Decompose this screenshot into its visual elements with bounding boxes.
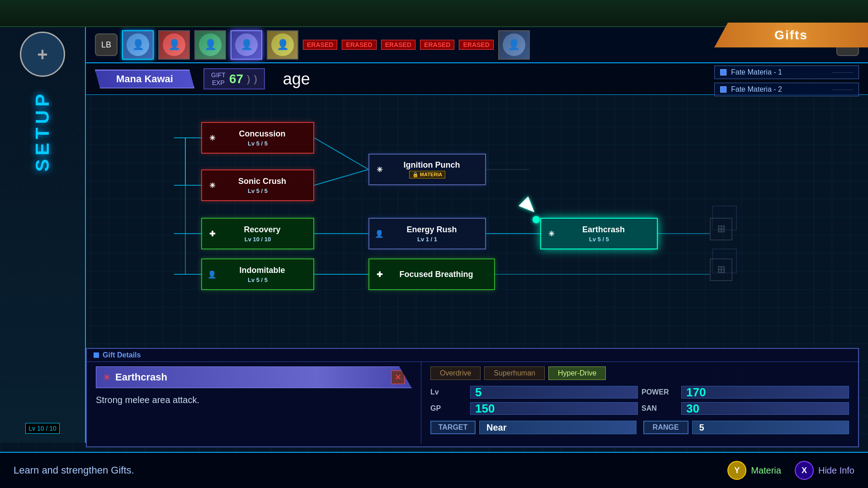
char-info-bar: Mana Kawai GIFTEXP 67 ) ) age Fate Mater… <box>86 63 868 95</box>
materia-label: Materia <box>751 465 781 476</box>
recovery-icon: ✚ <box>206 227 218 240</box>
skill-node-indomitable[interactable]: 👤 Indomitable Lv 5 / 5 <box>201 258 314 290</box>
difficulty-tabs: Overdrive Superhuman Hyper-Drive <box>430 366 849 380</box>
fate-materia-dashes-1: ---------- <box>832 69 853 76</box>
stat-lv-label: Lv <box>430 388 467 396</box>
skill-node-focused-breathing[interactable]: ✚ Focused Breathing <box>368 258 495 290</box>
lb-label: LB <box>101 40 111 50</box>
range-value: 5 <box>692 421 849 434</box>
age-text: age <box>283 70 310 89</box>
range-label: RANGE <box>643 421 689 434</box>
gift-stats-panel: Overdrive Superhuman Hyper-Drive Lv 5 <box>421 362 858 444</box>
fate-materia-label-1: Fate Materia - 1 <box>731 68 827 76</box>
skill-node-right-2[interactable]: ⊞ <box>710 258 732 281</box>
lv-badge: Lv 10 / 10 <box>25 423 60 434</box>
fate-materia-dot-1 <box>720 69 726 75</box>
indomitable-name: Indomitable <box>230 266 285 275</box>
gifts-title-text: Gifts <box>774 28 808 42</box>
stat-power-value: 170 <box>686 385 706 399</box>
superhuman-label: Superhuman <box>494 369 535 377</box>
gift-name-icon: ✳ <box>103 372 111 383</box>
x-button[interactable]: X <box>795 461 814 480</box>
hide-info-label: Hide Info <box>818 465 854 476</box>
earthcrash-icon: ✳ <box>545 227 557 240</box>
sonic-crush-icon: ✳ <box>206 179 218 192</box>
erased-badge-2: ERASED <box>342 40 376 50</box>
gift-details-header: Gift Details <box>87 349 858 362</box>
bottom-bar: Learn and strengthen Gifts. Y Materia X … <box>0 452 868 488</box>
skill-node-ignition-punch[interactable]: ✳ Ignition Punch 🔒 MATERIA <box>368 154 486 185</box>
skill-node-earthcrash[interactable]: ✳ Earthcrash Lv 5 / 5 <box>540 218 658 249</box>
skill-node-energy-rush[interactable]: 👤 Energy Rush Lv 1 / 1 <box>368 218 486 249</box>
char-name: Mana Kawai <box>116 73 173 84</box>
svg-line-1 <box>314 169 368 185</box>
setup-label: SETUP <box>32 90 53 172</box>
stat-power-bar: 170 <box>681 386 849 399</box>
range-row: RANGE 5 <box>643 421 849 434</box>
char-avatar-1[interactable]: 👤 <box>122 30 154 60</box>
erased-badge-3: ERASED <box>381 40 415 50</box>
diff-tab-overdrive[interactable]: Overdrive <box>430 366 481 380</box>
y-button[interactable]: Y <box>727 461 746 480</box>
stat-gp-bar: 150 <box>470 402 638 415</box>
energy-rush-level: Lv 1 / 1 <box>417 236 437 243</box>
setup-circle-icon <box>20 32 65 77</box>
gift-name-bar: ✳ Earthcrash ✕ <box>96 366 412 388</box>
gift-details-header-dot <box>94 352 99 358</box>
stat-san-bar: 30 <box>681 402 849 415</box>
fate-materia-label-2: Fate Materia - 2 <box>731 85 827 94</box>
erased-badge-5: ERASED <box>459 40 493 50</box>
energy-rush-icon: 👤 <box>373 227 386 240</box>
hide-info-action[interactable]: X Hide Info <box>795 461 854 480</box>
gift-exp-value: 67 <box>229 72 243 86</box>
char-avatar-5[interactable]: 👤 <box>267 30 298 60</box>
left-sidebar: SETUP Lv 10 / 10 <box>0 27 86 443</box>
skill-node-recovery[interactable]: ✚ Recovery Lv 10 / 10 <box>201 218 314 249</box>
diff-tab-superhuman[interactable]: Superhuman <box>484 366 545 380</box>
lb-button[interactable]: LB <box>95 33 118 56</box>
earthcrash-level: Lv 5 / 5 <box>589 236 609 243</box>
stat-lv-bar: 5 <box>470 386 638 399</box>
concussion-name: Concussion <box>230 129 285 139</box>
stat-san-label: SAN <box>642 404 678 413</box>
hyperdrive-label: Hyper-Drive <box>558 369 596 377</box>
gift-name-text: Earthcrash <box>115 371 387 383</box>
ignition-punch-icon: ✳ <box>373 163 386 176</box>
fate-materia-2: Fate Materia - 2 ---------- <box>714 83 859 96</box>
stat-gp-value: 150 <box>475 402 495 416</box>
stat-gp-label: GP <box>430 404 467 413</box>
focused-breathing-name: Focused Breathing <box>390 270 473 279</box>
stat-san-value: 30 <box>686 402 699 416</box>
char-avatar-2[interactable]: 👤 <box>158 30 190 60</box>
indomitable-level: Lv 5 / 5 <box>248 277 268 283</box>
bottom-hint: Learn and strengthen Gifts. <box>14 465 727 476</box>
recovery-name: Recovery <box>235 225 280 235</box>
skill-node-concussion[interactable]: ✳ Concussion Lv 5 / 5 <box>201 122 314 154</box>
skill-node-sonic-crush[interactable]: ✳ Sonic Crush Lv 5 / 5 <box>201 169 314 201</box>
stat-row-power: POWER 170 <box>642 386 849 399</box>
y-button-label: Y <box>734 466 740 475</box>
stat-lv-value: 5 <box>475 385 481 399</box>
svg-line-0 <box>314 138 368 169</box>
bottom-actions: Y Materia X Hide Info <box>727 461 854 480</box>
stats-grid: Lv 5 POWER 170 GP 150 <box>430 386 849 415</box>
gift-close-button[interactable]: ✕ <box>391 371 405 384</box>
char-avatar-6[interactable]: 👤 <box>498 30 530 60</box>
char-avatar-4[interactable]: 👤 <box>231 30 262 60</box>
materia-action[interactable]: Y Materia <box>727 461 781 480</box>
concussion-level: Lv 5 / 5 <box>248 140 268 147</box>
stat-row-gp: GP 150 <box>430 402 638 415</box>
focused-breathing-icon: ✚ <box>373 268 386 281</box>
target-row: TARGET Near <box>430 421 637 434</box>
sonic-crush-level: Lv 5 / 5 <box>248 188 268 194</box>
target-value: Near <box>479 421 637 434</box>
materia-badge: 🔒 MATERIA <box>409 171 445 178</box>
skill-node-right-1[interactable]: ⊞ <box>710 218 732 240</box>
gifts-title-panel: Gifts <box>714 23 868 47</box>
fate-materia-list: Fate Materia - 1 ---------- Fate Materia… <box>714 66 859 96</box>
diff-tab-hyperdrive[interactable]: Hyper-Drive <box>548 366 606 380</box>
ignition-punch-name: Ignition Punch <box>395 160 460 170</box>
gift-details-body: ✳ Earthcrash ✕ Strong melee area attack.… <box>87 362 858 444</box>
fate-materia-dashes-2: ---------- <box>832 86 853 93</box>
char-avatar-3[interactable]: 👤 <box>194 30 226 60</box>
